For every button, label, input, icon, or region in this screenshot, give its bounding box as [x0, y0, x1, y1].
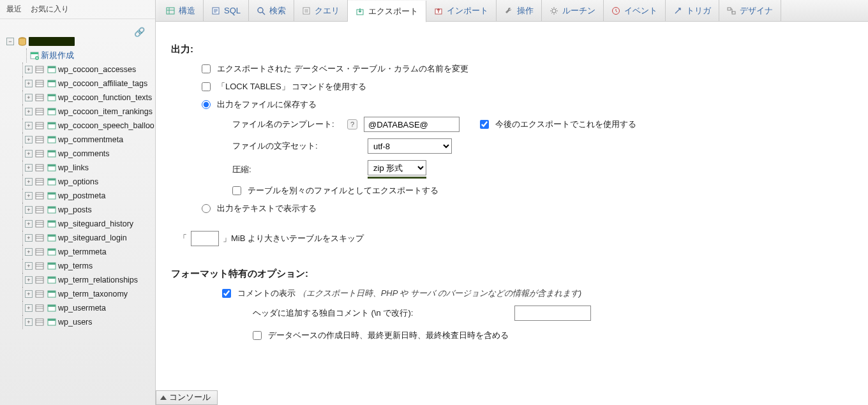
- expand-toggle-icon[interactable]: +: [25, 192, 33, 200]
- table-properties-icon[interactable]: [35, 191, 44, 200]
- show-comments-checkbox[interactable]: [222, 289, 231, 298]
- expand-toggle-icon[interactable]: +: [25, 80, 33, 87]
- tab-operations[interactable]: 操作: [497, 0, 542, 21]
- collapse-toggle-icon[interactable]: −: [6, 38, 14, 45]
- separate-files-checkbox[interactable]: [232, 186, 241, 195]
- save-as-file-radio[interactable]: [202, 100, 211, 109]
- table-name[interactable]: wp_posts: [58, 205, 92, 214]
- expand-toggle-icon[interactable]: +: [25, 94, 33, 101]
- sidebar-tab-recent[interactable]: 最近: [6, 4, 22, 15]
- svg-rect-89: [36, 305, 43, 311]
- table-name[interactable]: wp_siteguard_history: [58, 219, 133, 228]
- console-button[interactable]: コンソール: [156, 390, 218, 405]
- table-name[interactable]: wp_comments: [58, 149, 110, 158]
- remember-template-checkbox[interactable]: [480, 120, 489, 129]
- expand-toggle-icon[interactable]: +: [25, 234, 33, 242]
- tab-search[interactable]: 検索: [249, 0, 294, 21]
- table-name[interactable]: wp_cocoon_affiliate_tags: [58, 79, 147, 88]
- help-icon[interactable]: ?: [347, 119, 357, 129]
- table-name[interactable]: wp_siteguard_login: [58, 233, 127, 242]
- expand-toggle-icon[interactable]: +: [25, 206, 33, 214]
- tab-import[interactable]: インポート: [426, 0, 497, 21]
- separate-files-label: テーブルを別々のファイルとしてエクスポートする: [248, 185, 438, 196]
- table-name[interactable]: wp_cocoon_speech_balloo: [58, 121, 154, 130]
- table-name[interactable]: wp_usermeta: [58, 304, 106, 313]
- table-name[interactable]: wp_commentmeta: [58, 135, 123, 144]
- filename-template-input[interactable]: [364, 117, 460, 132]
- view-as-text-radio[interactable]: [202, 204, 211, 213]
- lock-tables-checkbox[interactable]: [202, 82, 211, 91]
- table-properties-icon[interactable]: [35, 290, 44, 298]
- table-properties-icon[interactable]: [35, 107, 44, 116]
- table-name[interactable]: wp_cocoon_item_rankings: [58, 107, 153, 116]
- database-name-redacted[interactable]: [29, 37, 75, 46]
- table-name[interactable]: wp_term_relationships: [58, 276, 138, 284]
- table-row: + wp_cocoon_affiliate_tags: [20, 77, 155, 91]
- table-name[interactable]: wp_users: [58, 318, 93, 327]
- tab-sql[interactable]: SQL: [204, 0, 249, 21]
- table-properties-icon[interactable]: [35, 135, 44, 144]
- table-name[interactable]: wp_cocoon_accesses: [58, 65, 136, 74]
- table-properties-icon[interactable]: [35, 163, 44, 172]
- expand-toggle-icon[interactable]: +: [25, 150, 33, 158]
- expand-toggle-icon[interactable]: +: [25, 178, 33, 186]
- table-properties-icon[interactable]: [35, 121, 44, 130]
- tab-designer[interactable]: デザイナ: [719, 0, 781, 21]
- table-properties-icon[interactable]: [35, 233, 44, 242]
- expand-toggle-icon[interactable]: +: [25, 136, 33, 144]
- tab-triggers[interactable]: トリガ: [666, 0, 719, 21]
- table-name[interactable]: wp_links: [58, 163, 89, 172]
- table-properties-icon[interactable]: [35, 247, 44, 256]
- rename-checkbox[interactable]: [202, 64, 211, 73]
- tab-events[interactable]: イベント: [604, 0, 666, 21]
- table-name[interactable]: wp_options: [58, 177, 98, 186]
- expand-toggle-icon[interactable]: +: [25, 262, 33, 270]
- charset-select[interactable]: utf-8: [368, 138, 452, 154]
- table-name[interactable]: wp_postmeta: [58, 191, 105, 200]
- table-icon: [47, 177, 56, 186]
- expand-toggle-icon[interactable]: +: [25, 164, 33, 172]
- table-properties-icon[interactable]: [35, 205, 44, 214]
- expand-toggle-icon[interactable]: +: [25, 276, 33, 284]
- expand-toggle-icon[interactable]: +: [25, 304, 33, 312]
- tab-structure[interactable]: 構造: [158, 0, 204, 21]
- table-properties-icon[interactable]: [35, 177, 44, 186]
- table-properties-icon[interactable]: [35, 276, 44, 284]
- expand-toggle-icon[interactable]: +: [25, 318, 33, 326]
- table-properties-icon[interactable]: [35, 219, 44, 228]
- table-properties-icon[interactable]: [35, 79, 44, 88]
- header-comment-input[interactable]: [514, 306, 591, 321]
- expand-toggle-icon[interactable]: +: [25, 122, 33, 129]
- svg-point-108: [552, 9, 556, 13]
- expand-toggle-icon[interactable]: +: [25, 108, 33, 115]
- tab-routines[interactable]: ルーチン: [542, 0, 604, 21]
- tab-query[interactable]: クエリ: [294, 0, 348, 21]
- table-properties-icon[interactable]: [35, 261, 44, 270]
- table-name[interactable]: wp_cocoon_function_texts: [58, 93, 152, 102]
- expand-toggle-icon[interactable]: +: [25, 290, 33, 298]
- expand-toggle-icon[interactable]: +: [25, 248, 33, 256]
- include-dates-checkbox[interactable]: [253, 331, 262, 340]
- table-name[interactable]: wp_terms: [58, 261, 93, 270]
- table-properties-icon[interactable]: [35, 318, 44, 327]
- table-icon: [47, 65, 56, 74]
- tab-label: デザイナ: [740, 5, 773, 17]
- table-properties-icon[interactable]: [35, 149, 44, 158]
- table-properties-icon[interactable]: [35, 93, 44, 102]
- tab-export[interactable]: エクスポート: [348, 1, 426, 22]
- svg-rect-13: [48, 80, 56, 82]
- table-properties-icon[interactable]: [35, 304, 44, 313]
- table-properties-icon[interactable]: [35, 65, 44, 74]
- sidebar-tab-favorites[interactable]: お気に入り: [31, 4, 69, 15]
- new-table-link[interactable]: 新規作成: [41, 50, 74, 61]
- table-name[interactable]: wp_term_taxonomy: [58, 290, 128, 298]
- link-icon[interactable]: 🔗: [134, 27, 145, 37]
- console-label: コンソール: [169, 392, 211, 403]
- table-name[interactable]: wp_termmeta: [58, 247, 107, 256]
- compression-select[interactable]: zip 形式: [368, 160, 426, 175]
- expand-toggle-icon[interactable]: +: [25, 220, 33, 228]
- skip-size-input[interactable]: [191, 231, 219, 246]
- table-icon: [47, 247, 56, 256]
- svg-rect-14: [36, 94, 43, 101]
- expand-toggle-icon[interactable]: +: [25, 66, 33, 73]
